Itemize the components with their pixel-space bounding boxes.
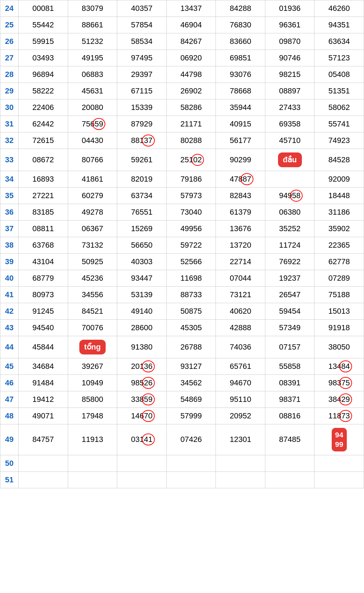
data-cell: 92009 bbox=[315, 171, 364, 188]
data-cell: 84288 bbox=[216, 0, 265, 17]
table-row: 51 bbox=[0, 471, 364, 488]
data-cell: 40303 bbox=[117, 254, 167, 270]
data-cell: 59722 bbox=[166, 237, 216, 254]
data-cell: 40357 bbox=[117, 0, 167, 17]
main-table-container: 2400081830794035713437842880193646260255… bbox=[0, 0, 364, 488]
circled-digits: 59 bbox=[94, 119, 103, 129]
data-cell: 28600 bbox=[117, 320, 167, 336]
circled-digits: 75 bbox=[341, 378, 350, 387]
data-cell: 91380 bbox=[117, 336, 167, 358]
data-cell: 72615 bbox=[19, 132, 68, 149]
circled-digits: 70 bbox=[144, 411, 152, 421]
table-row: 2703493491959749506920698519074657123 bbox=[0, 50, 364, 66]
table-row: 3272615044308813780288561774571074923 bbox=[0, 132, 364, 149]
data-cell: 69851 bbox=[216, 50, 265, 66]
data-cell: 60279 bbox=[68, 188, 117, 204]
table-row: 4534684392672013693127657615585813484 bbox=[0, 358, 364, 375]
data-cell: 96894 bbox=[19, 66, 68, 83]
table-row: 3162442756598792921171409156935855741 bbox=[0, 116, 364, 132]
data-cell: 08897 bbox=[265, 83, 315, 99]
data-cell: 34556 bbox=[68, 287, 117, 303]
data-cell: 29397 bbox=[117, 66, 167, 83]
data-cell: 35944 bbox=[216, 99, 265, 116]
data-cell: 11698 bbox=[166, 270, 216, 287]
data-cell bbox=[265, 455, 315, 471]
data-cell: 54869 bbox=[166, 391, 216, 408]
table-row: 2896894068832939744798930769821505408 bbox=[0, 66, 364, 83]
data-cell: 88733 bbox=[166, 287, 216, 303]
data-cell: 07044 bbox=[216, 270, 265, 287]
data-cell: 15339 bbox=[117, 99, 167, 116]
data-cell: 10949 bbox=[68, 375, 117, 391]
data-cell: 94540 bbox=[19, 320, 68, 336]
row-number: 50 bbox=[0, 455, 19, 471]
data-cell: 15269 bbox=[117, 221, 167, 237]
data-cell: 06920 bbox=[166, 50, 216, 66]
data-cell: 01936 bbox=[265, 0, 315, 17]
data-cell: 38050 bbox=[315, 336, 364, 358]
data-cell: 13484 bbox=[315, 358, 364, 375]
data-cell: 90299 bbox=[216, 149, 265, 171]
data-cell: 50925 bbox=[68, 254, 117, 270]
data-cell: 91245 bbox=[19, 303, 68, 320]
circled-digits: 41 bbox=[144, 435, 152, 444]
data-cell: 06380 bbox=[265, 204, 315, 221]
row-number: 35 bbox=[0, 188, 19, 204]
data-cell bbox=[315, 471, 364, 488]
data-cell: 61379 bbox=[216, 204, 265, 221]
data-cell: 16893 bbox=[19, 171, 68, 188]
data-cell: 44798 bbox=[166, 66, 216, 83]
data-cell: 88137 bbox=[117, 132, 167, 149]
data-cell: 06367 bbox=[68, 221, 117, 237]
data-cell: 95110 bbox=[216, 391, 265, 408]
data-cell: 27221 bbox=[19, 188, 68, 204]
data-cell bbox=[265, 471, 315, 488]
data-cell: 49278 bbox=[68, 204, 117, 221]
data-cell: 57349 bbox=[265, 320, 315, 336]
data-cell: 83185 bbox=[19, 204, 68, 221]
data-cell: 47887 bbox=[216, 171, 265, 188]
data-cell: 07289 bbox=[315, 270, 364, 287]
data-cell: 19237 bbox=[265, 270, 315, 287]
row-number: 27 bbox=[0, 50, 19, 66]
data-cell bbox=[315, 455, 364, 471]
data-cell: 26788 bbox=[166, 336, 216, 358]
row-number: 39 bbox=[0, 254, 19, 270]
table-row: 4445844tổng9138026788740360715738050 bbox=[0, 336, 364, 358]
data-cell: 98215 bbox=[265, 66, 315, 83]
data-cell: 58222 bbox=[19, 83, 68, 99]
data-cell: 96361 bbox=[265, 17, 315, 33]
data-cell: 84528 bbox=[315, 149, 364, 171]
data-cell: 62778 bbox=[315, 254, 364, 270]
circled-digits: 87 bbox=[243, 175, 251, 184]
data-cell: 08391 bbox=[265, 375, 315, 391]
data-cell bbox=[166, 471, 216, 488]
data-cell: 45710 bbox=[265, 132, 315, 149]
data-cell: 05408 bbox=[315, 66, 364, 83]
data-cell: 22714 bbox=[216, 254, 265, 270]
circled-digits: 58 bbox=[292, 191, 300, 200]
data-cell: 45844 bbox=[19, 336, 68, 358]
data-cell: 03493 bbox=[19, 50, 68, 66]
data-cell: 67115 bbox=[117, 83, 167, 99]
data-cell: 46260 bbox=[315, 0, 364, 17]
circled-digits: 36 bbox=[144, 362, 152, 371]
data-cell: 40915 bbox=[216, 116, 265, 132]
data-cell: 45305 bbox=[166, 320, 216, 336]
data-cell: 59454 bbox=[265, 303, 315, 320]
data-cell: 18448 bbox=[315, 188, 364, 204]
data-cell: 11913 bbox=[68, 424, 117, 455]
table-row: 498475711913031410742612301874859499 bbox=[0, 424, 364, 455]
data-cell: 55858 bbox=[265, 358, 315, 375]
data-cell: 51351 bbox=[315, 83, 364, 99]
data-cell: 11724 bbox=[265, 237, 315, 254]
row-number: 44 bbox=[0, 336, 19, 358]
table-row: 50 bbox=[0, 455, 364, 471]
data-cell: 45631 bbox=[68, 83, 117, 99]
data-cell: 73040 bbox=[166, 204, 216, 221]
row-number: 30 bbox=[0, 99, 19, 116]
table-row: 34168934186182019791864788792009 bbox=[0, 171, 364, 188]
data-cell: 87929 bbox=[117, 116, 167, 132]
data-cell: 63734 bbox=[117, 188, 167, 204]
row-number: 41 bbox=[0, 287, 19, 303]
